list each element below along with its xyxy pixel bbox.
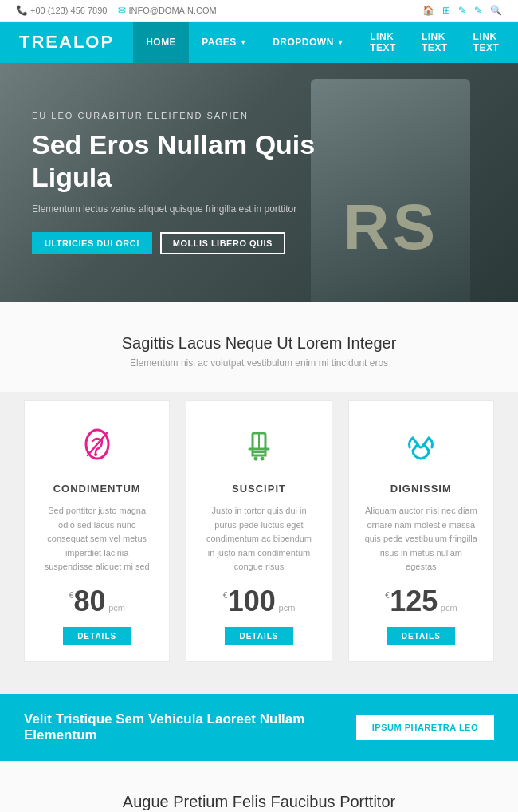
card1-title: CONDIMENTUM [41, 483, 153, 495]
hero-btn-outline[interactable]: MOLLIS LIBERO QUIS [160, 232, 285, 254]
home-icon[interactable]: 🏠 [422, 5, 434, 16]
svg-point-6 [253, 457, 257, 461]
phone-number: +00 (123) 456 7890 [30, 6, 107, 15]
nav-item-link4[interactable]: LINK TEXT [512, 22, 518, 63]
section1-heading: Sagittis Lacus Neque Ut Lorem Integer El… [0, 302, 518, 392]
nav-item-pages[interactable]: PAGES ▼ [189, 22, 260, 63]
cards-grid: CONDIMENTUM Sed porttitor justo magna od… [24, 400, 494, 662]
cta-button[interactable]: IPSUM PHARETRA LEO [356, 715, 494, 740]
section1-subtitle: Elementum nisi ac volutpat vestibulum en… [16, 357, 502, 369]
chevron-down-icon: ▼ [240, 38, 247, 46]
section1-title: Sagittis Lacus Neque Ut Lorem Integer [16, 334, 502, 353]
card3-details-button[interactable]: DETAILS [387, 627, 455, 645]
grid-icon[interactable]: ⊞ [442, 5, 450, 16]
card1-price: €80 pcm [41, 587, 153, 616]
edit-icon-2[interactable]: ✎ [474, 5, 482, 16]
logo[interactable]: TREALOP [0, 22, 133, 63]
card2-desc: Justo in tortor quis dui in purus pede l… [202, 504, 315, 574]
card-condimentum: CONDIMENTUM Sed porttitor justo magna od… [24, 400, 170, 662]
nav-item-link3[interactable]: LINK TEXT [461, 22, 512, 63]
email-icon: ✉ [118, 5, 126, 16]
email-info: ✉ INFO@DOMAIN.COM [118, 5, 216, 16]
phone-info: 📞 +00 (123) 456 7890 [16, 5, 107, 16]
hero-section: RS EU LEO CURABITUR ELEIFEND SAPIEN Sed … [0, 63, 518, 302]
search-icon[interactable]: 🔍 [490, 5, 502, 16]
ear-icon [41, 425, 153, 471]
chevron-down-icon: ▼ [337, 38, 344, 46]
cards-section: CONDIMENTUM Sed porttitor justo magna od… [0, 392, 518, 694]
svg-point-1 [94, 453, 97, 456]
hero-subtitle: Elementum lectus varius aliquet quisque … [32, 203, 367, 215]
hands-icon [365, 425, 477, 471]
nav-item-home[interactable]: HOME [133, 22, 189, 63]
card1-desc: Sed porttitor justo magna odio sed lacus… [41, 504, 153, 574]
header: TREALOP HOME PAGES ▼ DROPDOWN ▼ LINK TEX… [0, 22, 518, 63]
card2-details-button[interactable]: DETAILS [225, 627, 292, 645]
card3-title: DIGNISSIM [365, 483, 477, 495]
top-bar: 📞 +00 (123) 456 7890 ✉ INFO@DOMAIN.COM 🏠… [0, 0, 518, 22]
card1-details-button[interactable]: DETAILS [63, 627, 131, 645]
phone-icon: 📞 [16, 5, 28, 16]
card-dignissim: DIGNISSIM Aliquam auctor nisl nec diam o… [348, 400, 494, 662]
cart-icon [202, 425, 315, 471]
hero-eyebrow: EU LEO CURABITUR ELEIFEND SAPIEN [32, 111, 367, 120]
top-bar-right: 🏠 ⊞ ✎ ✎ 🔍 [422, 5, 502, 16]
edit-icon-1[interactable]: ✎ [458, 5, 466, 16]
svg-line-2 [88, 433, 107, 455]
email-address: INFO@DOMAIN.COM [128, 6, 216, 15]
card2-title: SUSCIPIT [202, 483, 315, 495]
svg-point-7 [260, 457, 264, 461]
hero-btn-primary[interactable]: ULTRICIES DUI ORCI [32, 232, 152, 254]
card3-desc: Aliquam auctor nisl nec diam ornare nam … [365, 504, 477, 574]
cta-text: Velit Tristique Sem Vehicula Laoreet Nul… [24, 711, 356, 743]
section2-heading: Augue Pretium Felis Faucibus Porttitor M… [0, 761, 518, 812]
nav-item-link2[interactable]: LINK TEXT [409, 22, 461, 63]
nav-item-link1[interactable]: LINK TEXT [357, 22, 409, 63]
hero-title: Sed Eros Nullam Quis Ligula [32, 128, 367, 194]
card-suscipit: SUSCIPIT Justo in tortor quis dui in pur… [186, 400, 332, 662]
main-nav: HOME PAGES ▼ DROPDOWN ▼ LINK TEXT LINK T… [133, 22, 518, 63]
card2-price: €100 pcm [202, 587, 315, 616]
section2-title: Augue Pretium Felis Faucibus Porttitor [16, 793, 502, 811]
hero-content: EU LEO CURABITUR ELEIFEND SAPIEN Sed Ero… [0, 111, 398, 254]
top-bar-left: 📞 +00 (123) 456 7890 ✉ INFO@DOMAIN.COM [16, 5, 217, 16]
cta-banner: Velit Tristique Sem Vehicula Laoreet Nul… [0, 694, 518, 761]
card3-price: €125 pcm [365, 587, 477, 616]
nav-item-dropdown[interactable]: DROPDOWN ▼ [260, 22, 357, 63]
hero-buttons: ULTRICIES DUI ORCI MOLLIS LIBERO QUIS [32, 232, 367, 254]
